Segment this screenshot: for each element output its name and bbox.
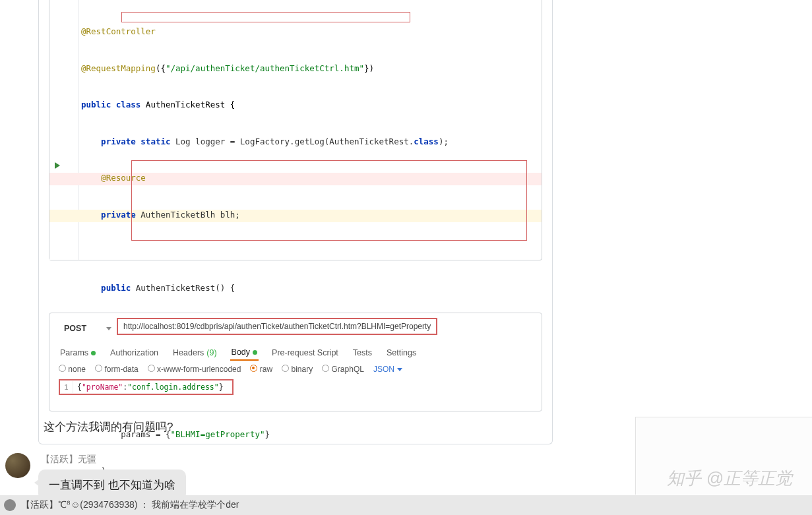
kw-private: private	[101, 136, 136, 146]
json-body-box: 1 {"proName":"conf.login.address"}	[59, 379, 234, 395]
dot-icon	[253, 350, 257, 355]
jb-key: "proName"	[82, 382, 123, 392]
tab-params-label: Params	[60, 348, 88, 357]
blh-decl: AuthenTicketBlh blh;	[136, 210, 240, 220]
kw-public: public	[81, 100, 111, 109]
params-val: "BLHMI=getProperty"	[170, 429, 265, 439]
watermark: 知乎 @正等正觉	[667, 467, 792, 490]
radio-formdata[interactable]: form-data	[95, 365, 139, 374]
bt-formdata: form-data	[104, 365, 138, 374]
tab-headers[interactable]: Headers (9)	[172, 345, 218, 361]
tab-params[interactable]: Params	[59, 345, 97, 361]
url-input[interactable]	[123, 322, 431, 331]
radio-binary[interactable]: binary	[282, 365, 313, 374]
json-label: JSON	[373, 365, 394, 374]
class-name: AuthenTicketRest {	[141, 100, 235, 109]
tab-tests-label: Tests	[353, 348, 372, 357]
bt-raw: raw	[260, 365, 272, 374]
tabs: Params Authorization Headers (9) Body Pr…	[59, 345, 418, 361]
jb-close: }	[219, 382, 224, 392]
ann-restcontroller: @RestController	[81, 26, 156, 36]
chevron-down-icon	[106, 327, 111, 330]
tab-headers-label: Headers	[173, 348, 204, 357]
headers-count: (9)	[206, 348, 216, 357]
chevron-down-icon	[397, 368, 402, 371]
kw-private2: private	[101, 210, 136, 220]
logger-end: );	[439, 136, 449, 146]
bt-urlenc: x-www-form-urlencoded	[157, 365, 241, 374]
footer-avatar[interactable]	[4, 499, 16, 511]
bt-none: none	[68, 365, 86, 374]
tab-tests[interactable]: Tests	[352, 345, 373, 361]
code-panel: @RestController @RequestMapping({"/api/a…	[49, 0, 542, 260]
kw-static: static	[141, 136, 170, 146]
tab-auth[interactable]: Authorization	[109, 345, 160, 361]
jb-open: {	[77, 382, 82, 392]
username[interactable]: 【活跃】无疆	[41, 454, 96, 466]
ctor: AuthenTicketRest() {	[131, 283, 235, 293]
tab-body-label: Body	[232, 348, 251, 357]
radio-raw[interactable]: raw	[250, 365, 272, 374]
tab-prescript[interactable]: Pre-request Script	[270, 345, 340, 361]
logger-decl: Log logger = LogFactory.getLog(AuthenTic…	[170, 136, 414, 146]
bt-binary: binary	[292, 365, 313, 374]
run-icon[interactable]	[55, 162, 60, 169]
ann-requestmapping: @RequestMapping	[81, 63, 156, 73]
tab-settings-label: Settings	[387, 348, 416, 357]
bt-graphql: GraphQL	[332, 365, 364, 374]
tab-settings[interactable]: Settings	[385, 345, 418, 361]
breakpoint-icon[interactable]	[63, 173, 69, 179]
code-area[interactable]: @RestController @RequestMapping({"/api/a…	[78, 0, 542, 260]
params-close: }	[265, 429, 270, 439]
url-input-wrap	[117, 318, 437, 335]
footer: 【活跃】℃⁸☺(2934763938) ： 我前端在学校学个der	[0, 495, 812, 515]
json-dropdown[interactable]: JSON	[373, 365, 402, 374]
http-panel: POST Params Authorization Headers (9) Bo…	[49, 313, 542, 411]
dot-icon	[91, 351, 96, 355]
kw-public2: public	[101, 283, 131, 293]
radio-none[interactable]: none	[59, 365, 86, 374]
radio-graphql[interactable]: GraphQL	[322, 365, 364, 374]
tab-auth-label: Authorization	[110, 348, 158, 357]
footer-text: 【活跃】℃⁸☺(2934763938) ： 我前端在学校学个der	[21, 499, 239, 511]
code-gutter	[49, 0, 78, 260]
radio-urlenc[interactable]: x-www-form-urlencoded	[148, 365, 241, 374]
tab-body[interactable]: Body	[230, 345, 259, 361]
jb-val: "conf.login.address"	[127, 382, 218, 392]
json-code[interactable]: {"proName":"conf.login.address"}	[73, 381, 228, 393]
kw-class2: class	[414, 136, 439, 146]
question-text: 这个方法我调的有问题吗?	[44, 419, 173, 435]
tab-pre-label: Pre-request Script	[272, 348, 338, 357]
ann-resource: @Resource	[101, 173, 146, 183]
method-label: POST	[64, 324, 86, 333]
method-select[interactable]: POST	[56, 320, 119, 337]
line-number: 1	[60, 381, 73, 393]
kw-class: class	[116, 100, 141, 109]
mapping-url: "/api/authenTicket/authenTicketCtrl.htm"	[166, 63, 364, 73]
avatar[interactable]	[5, 453, 30, 478]
body-types: none form-data x-www-form-urlencoded raw…	[59, 365, 402, 374]
